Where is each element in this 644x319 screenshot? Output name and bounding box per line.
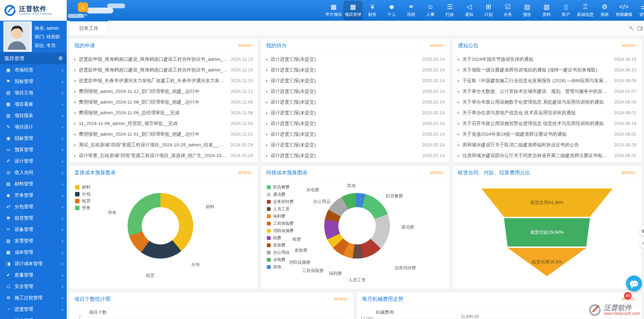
list-item[interactable]: ▸ 房和城乡建设厅关于取消二级建造师临时执业证书的公告 2023.08.29 — [458, 139, 636, 150]
list-item[interactable]: ▸ 于征集《中国建筑施工行业信息化发展报告 (2024) —BIM应用与发展》材… — [458, 75, 636, 86]
legend-entry[interactable]: 人员工资 — [267, 205, 294, 213]
legend-entry[interactable]: 租赁 — [75, 197, 91, 204]
more-button[interactable]: MORE> — [430, 44, 445, 48]
sidebar-menu-item[interactable]: x² 分包管理 › — [0, 201, 67, 212]
list-item[interactable]: ▸ 进度款申报_珠海鹤港口建设_珠海鹤港口建设工程合作协议书_admin_...… — [74, 54, 253, 65]
header-nav-item[interactable]: ♖ 基础信息 — [576, 1, 595, 20]
sidebar-menu-item[interactable]: ✔ 质量管理 › — [0, 269, 67, 281]
list-item[interactable]: ▸ 关于举办市政公用设施数字化管理信息 系统建设与应用培训班的通知 2024.0… — [458, 97, 636, 107]
sidebar-menu-item[interactable]: ✖ 租赁管理 › — [0, 212, 67, 224]
sidebar-menu-item[interactable]: ◨ 设计成本管理 › — [0, 258, 67, 269]
header-nav-item[interactable]: </> 智能建模 — [614, 1, 634, 20]
more-button[interactable]: MORE> — [430, 171, 445, 175]
sidebar-menu-item[interactable]: ☖ 安全管理 › — [0, 281, 67, 292]
list-item[interactable]: ▸ 设计进度汇报(未提交) 2025.02.14 — [266, 54, 445, 65]
list-item[interactable]: ▸ 设计进度汇报(未提交) 2025.02.14 — [266, 139, 445, 150]
legend-entry[interactable]: 福利费 — [267, 213, 294, 220]
sidebar-menu-item[interactable]: ⚑ 投标管理 › — [0, 76, 67, 87]
header-nav-item[interactable]: ▥ 资料 — [537, 1, 556, 20]
list-item[interactable]: ▸ 关于领取一级注册建造师培训项目的通知 (须持一建证书前来领取) 2024.0… — [458, 65, 636, 75]
list-item[interactable]: ▸ 设计进度汇报(未提交) 2025.02.14 — [266, 107, 445, 118]
sidebar-menu-item[interactable]: ✐ 设计管理 › — [0, 155, 67, 167]
tab-daily-work[interactable]: 日常工作 — [69, 21, 108, 36]
sidebar-menu-item[interactable]: ✎ 项目设计 › — [0, 121, 67, 133]
key-icon[interactable] — [629, 26, 634, 31]
more-button[interactable]: MORE> — [622, 171, 636, 175]
header-nav-item[interactable]: ▯ 客户 — [556, 1, 576, 20]
chat-fab-button[interactable] — [626, 276, 642, 291]
panel-toggle-icon[interactable] — [637, 26, 643, 31]
portal-nav-item[interactable]: ⌂ 门户 — [72, 1, 94, 20]
legend-entry[interactable]: 分包 — [75, 191, 91, 197]
notification-badge[interactable]: 45 — [624, 292, 632, 300]
avatar[interactable] — [3, 21, 32, 52]
legend-entry[interactable]: 差旅费 — [267, 242, 294, 249]
header-nav-item[interactable]: ☰ 行政 — [440, 1, 459, 20]
legend-entry[interactable]: 职员餐费 — [267, 184, 294, 191]
list-item[interactable]: ▸ 关于召开市政公用设施智慧化管理信息 信息技术与应用培训班的通知 2024.0… — [458, 118, 636, 129]
sidebar-menu-item[interactable]: ▣ 市场经营 › — [0, 64, 67, 76]
header-nav-item[interactable]: ☺ 人事 — [421, 1, 440, 20]
header-nav-item[interactable]: ▦ 甲方项目 — [324, 1, 343, 20]
more-button[interactable]: MORE> — [239, 44, 253, 48]
list-item[interactable]: ▸ 费用报销_admin_2024-11-01_部门经理审批_胡建_.运行中 2… — [74, 129, 253, 139]
sidebar-menu-item[interactable]: ▨ 材料管理 › — [0, 178, 67, 190]
header-nav-item[interactable]: ⊞ 计划 — [479, 1, 498, 20]
list-item[interactable]: ▸ 住房和城乡建设部办公厅关于同意吉林省开展二级建造师注册证书电子化试点... … — [458, 150, 636, 161]
sidebar-menu-item[interactable]: ◉ 招标管理 › — [0, 133, 67, 144]
legend-entry[interactable]: 办公用品 — [267, 249, 294, 256]
header-nav-item[interactable]: ¥ 财务 — [363, 1, 382, 20]
sidebar-menu-item[interactable]: ⚙ 施工过程管理 › — [0, 292, 67, 303]
list-item[interactable]: ▸ 进度款申报_珠海鹤港口建设_珠海鹤港口建设工程合作协议书_admin_...… — [74, 65, 253, 75]
header-nav-item[interactable]: ▦ 项目管理 — [343, 1, 363, 20]
more-button[interactable]: MORE> — [622, 44, 636, 48]
list-item[interactable]: ▸ 关于举办大数据、云计算技术在城市建设、规划、管理与服务中的应用培训班... … — [458, 86, 636, 97]
sidebar-menu-item[interactable]: ▭ 预算管理 › — [0, 144, 67, 155]
list-item[interactable]: ▸ 关于发放2024年第24批一级建造师注册证书的通知 2024.06.01 — [458, 129, 636, 139]
header-nav-item[interactable]: ☑ 任务 — [498, 1, 517, 20]
list-item[interactable]: ▸ 设计进度汇报(未提交) 2025.02.14 — [266, 65, 445, 75]
list-item[interactable]: ▸ 关于举办住房与房地产信息化 技术及应用培训班的通知 2024.06.01 — [458, 107, 636, 118]
more-button[interactable]: MORE> — [334, 297, 349, 301]
more-button[interactable]: MORE> — [239, 171, 253, 175]
sidebar-menu-item[interactable]: ✂ 设备管理 › — [0, 224, 67, 235]
legend-entry[interactable]: 工程保险费 — [267, 220, 294, 227]
header-nav-item[interactable]: ⚙ 系统 — [595, 1, 614, 20]
list-item[interactable]: ▸ 进度款申报_长春市伊通河水力发电厂改建工程_长春市伊通河水力发电... 20… — [74, 75, 253, 86]
list-item[interactable]: ▸ 设计审查_彭祖新城“四馆”景观工程设计项目_请选择_胡广生_2024-10-… — [74, 150, 253, 161]
sidebar-menu-item[interactable]: ▯ 证件管理 › — [0, 315, 67, 319]
list-item[interactable]: ▸ 设计进度汇报(未提交) 2025.02.14 — [266, 150, 445, 161]
header-nav-item[interactable]: ⚌ 管理 — [634, 1, 644, 20]
legend-entry[interactable]: 劳务 — [75, 204, 91, 211]
list-item[interactable]: ▸ 设计进度汇报(未提交) 2025.02.14 — [266, 97, 445, 107]
legend-entry[interactable]: 业务招待费 — [267, 198, 294, 205]
sidebar-menu-item[interactable]: ◆ 劳务管理 › — [0, 190, 67, 201]
gear-icon[interactable]: ⚙ — [58, 55, 63, 61]
list-item[interactable]: ▸ 费用报销_admin_2024-11-06_部门经理审批_胡建_.运行中 2… — [74, 97, 253, 107]
legend-entry[interactable]: 材料 — [75, 184, 91, 191]
sidebar-menu-item[interactable]: ▩ 成本管理 › — [0, 246, 67, 258]
sidebar-menu-item[interactable]: ▥ 项目报表 › — [0, 110, 67, 121]
legend-entry[interactable]: 税费 — [267, 234, 294, 242]
legend-entry[interactable]: 消防设施费 — [267, 227, 294, 234]
list-item[interactable]: ▸ 11_2024-11-04_admin_经营部_领导审批__完成 2024.… — [74, 118, 253, 129]
sidebar-menu-item[interactable]: ◔ 进度管理 › — [0, 303, 67, 315]
list-item[interactable]: ▸ 设计进度汇报(未提交) 2025.02.14 — [266, 75, 445, 86]
sidebar-menu-item[interactable]: ▦ 项目看板 › — [0, 98, 67, 110]
list-item[interactable]: ▸ 设计进度汇报(未提交) 2025.02.14 — [266, 129, 445, 139]
list-item[interactable]: ▸ 费用报销_admin_2024-11-12_部门经理审批_胡建_.运行中 2… — [74, 86, 253, 97]
sidebar-section-header[interactable]: 项目管理 ⚙ — [0, 52, 67, 64]
legend-entry[interactable]: 通讯费 — [267, 191, 294, 198]
header-nav-item[interactable]: ☻ 个人 — [382, 1, 401, 20]
header-nav-item[interactable]: ⚭ 流程 — [401, 1, 421, 20]
list-item[interactable]: ▸ 费用报销_admin_2024-11-06_总经理审批__完成 2024.1… — [74, 107, 253, 118]
list-item[interactable]: ▸ 设计进度汇报(未提交) 2025.02.14 — [266, 86, 445, 97]
list-item[interactable]: ▸ 设计进度汇报(未提交) 2025.02.14 — [266, 118, 445, 129]
list-item[interactable]: ▸ 测试_彭祖新城“四馆”景观工程设计项目_2024-10-29_admin_结… — [74, 139, 253, 150]
header-nav-item[interactable]: ▤ 报告 — [517, 1, 537, 20]
sidebar-menu-item[interactable]: ▧ 发票管理 › — [0, 235, 67, 246]
sidebar-menu-item[interactable]: ▤ 项目立项 › — [0, 87, 67, 98]
sidebar-menu-item[interactable]: ◎ 收入合同 › — [0, 167, 67, 178]
list-item[interactable]: ▸ 关于2024年国庆节放假安排的通知 2024.06.15 — [458, 54, 636, 65]
header-nav-item[interactable]: ◁ 通知 — [459, 1, 479, 20]
